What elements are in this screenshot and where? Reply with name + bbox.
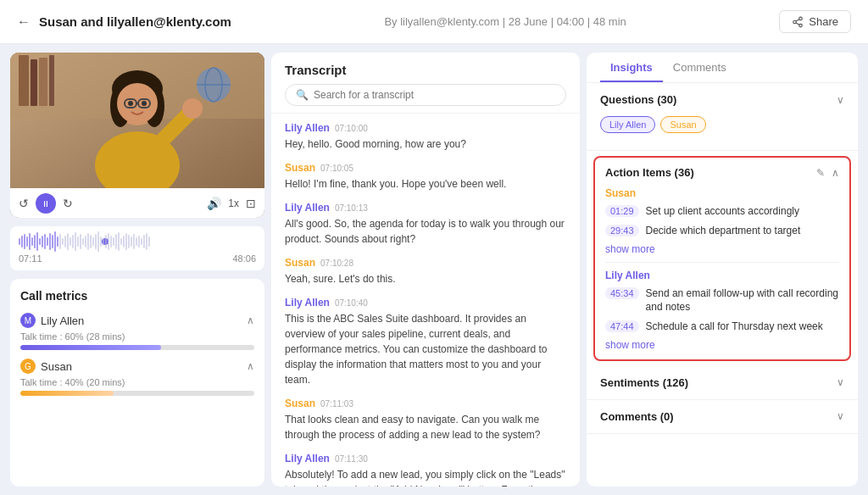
- action-time[interactable]: 47:44: [605, 320, 639, 332]
- message-lily-4: Lily Allen 07:11:30 Absolutely! To add a…: [285, 453, 566, 487]
- sentiments-section: Sentiments (126) ∨: [587, 366, 858, 400]
- insights-panel: Insights Comments Questions (30) ∨ Lily …: [587, 53, 858, 487]
- transcript-header: Transcript 🔍: [271, 53, 580, 114]
- call-metrics: Call metrics M Lily Allen ∧ Talk time : …: [10, 279, 264, 487]
- waveform-bar: [21, 236, 23, 248]
- action-time[interactable]: 29:43: [605, 225, 639, 236]
- video-container: ↺ ⏸ ↻ 🔊 1x ⊡: [10, 53, 264, 218]
- chevron-down-icon: ∨: [837, 376, 844, 388]
- speaker-label-lily: Lily Allen: [285, 202, 330, 214]
- waveform-bar: [49, 233, 51, 250]
- waveform-bar: [47, 237, 48, 246]
- action-item-row: 45:34 Send an email follow-up with call …: [605, 286, 839, 315]
- waveform-bar: [75, 232, 76, 251]
- section-header-icons: ✎ ∧: [816, 167, 839, 179]
- waveform-bar: [26, 236, 28, 247]
- chevron-up-icon: ∧: [832, 167, 839, 179]
- sentiments-header[interactable]: Sentiments (126) ∨: [587, 366, 858, 399]
- show-more-lily[interactable]: show more: [605, 339, 839, 351]
- share-button[interactable]: Share: [779, 10, 851, 33]
- action-time[interactable]: 45:34: [605, 287, 639, 299]
- action-item-row: 01:29 Set up client accounts accordingly: [605, 204, 839, 219]
- timestamp: 07:11:30: [335, 454, 368, 464]
- speed-control[interactable]: 1x: [228, 197, 239, 209]
- waveform-bar: [131, 236, 132, 247]
- waveform-bar: [80, 234, 81, 249]
- show-more-susan[interactable]: show more: [605, 243, 839, 255]
- comments-header[interactable]: Comments (0) ∨: [587, 400, 858, 433]
- page-title: Susan and lilyallen@klenty.com: [39, 14, 231, 29]
- back-button[interactable]: ←: [17, 14, 31, 30]
- message-text: Yeah, sure. Let's do this.: [285, 271, 566, 286]
- waveform-bar: [52, 235, 53, 248]
- questions-header[interactable]: Questions (30) ∨: [587, 83, 858, 116]
- speaker-label-susan: Susan: [285, 162, 315, 174]
- svg-point-22: [128, 101, 133, 106]
- timestamp: 07:10:40: [335, 298, 368, 308]
- volume-icon[interactable]: 🔊: [207, 197, 221, 210]
- waveform-bar: [29, 233, 31, 250]
- timestamp: 07:11:03: [320, 399, 353, 409]
- waveform-bar: [148, 236, 150, 247]
- speaker-name-lily: M Lily Allen: [20, 313, 84, 328]
- speaker-line: Lily Allen 07:10:00: [285, 122, 566, 134]
- action-items-header[interactable]: Action Items (36) ✎ ∧: [595, 158, 849, 187]
- susan-talk-fill: [20, 391, 114, 396]
- speaker-label-lily: Lily Allen: [285, 297, 330, 309]
- transcript-body: Lily Allen 07:10:00 Hey, hello. Good mor…: [271, 114, 580, 487]
- speaker-line: Lily Allen 07:11:30: [285, 453, 566, 464]
- rewind-button[interactable]: ↺: [19, 197, 29, 210]
- waveform-bar: [57, 236, 58, 247]
- action-time[interactable]: 01:29: [605, 205, 639, 217]
- svg-rect-7: [19, 55, 29, 106]
- filter-tag-lily[interactable]: Lily Allen: [600, 116, 655, 133]
- speaker-label-lily: Lily Allen: [285, 453, 330, 464]
- waveform-bar: [141, 238, 142, 245]
- speaker-icon-lily: M: [20, 313, 36, 328]
- waveform-bar: [103, 238, 104, 245]
- search-icon: 🔍: [296, 89, 309, 101]
- comments-section: Comments (0) ∨: [587, 400, 858, 434]
- waveform-bar: [31, 237, 33, 246]
- message-text: This is the ABC Sales Suite dashboard. I…: [285, 311, 566, 387]
- waveform-bar: [95, 234, 97, 249]
- speaker-line: Susan 07:11:03: [285, 398, 566, 409]
- app-container: ← Susan and lilyallen@klenty.com By lily…: [0, 0, 868, 495]
- waveform-bar: [34, 235, 36, 248]
- edit-icon[interactable]: ✎: [816, 167, 825, 179]
- waveform-bar: [19, 238, 20, 245]
- chevron-up-lily[interactable]: ∧: [247, 314, 254, 326]
- waveform-bar: [24, 234, 25, 249]
- tab-insights[interactable]: Insights: [600, 53, 663, 82]
- message-susan-2: Susan 07:10:28 Yeah, sure. Let's do this…: [285, 257, 566, 286]
- timestamp: 07:10:28: [320, 259, 353, 268]
- timestamp: 07:10:13: [335, 203, 368, 213]
- metrics-title: Call metrics: [20, 289, 254, 303]
- lily-talk-bar: [20, 345, 254, 350]
- waveform-bar: [39, 238, 41, 245]
- divider: [605, 262, 839, 263]
- waveform-bar: [146, 233, 147, 250]
- waveform[interactable]: [19, 231, 256, 252]
- action-text: Send an email follow-up with call record…: [646, 286, 839, 315]
- pause-button[interactable]: ⏸: [36, 193, 56, 214]
- total-time: 48:06: [232, 253, 256, 264]
- chevron-up-susan[interactable]: ∧: [247, 360, 254, 372]
- waveform-container: 07:11 48:06: [10, 226, 264, 270]
- forward-button[interactable]: ↻: [63, 197, 73, 210]
- tab-comments[interactable]: Comments: [663, 53, 737, 82]
- waveform-bar: [123, 236, 125, 248]
- fullscreen-button[interactable]: ⊡: [246, 197, 256, 210]
- waveform-bar: [67, 233, 69, 250]
- waveform-bar: [138, 236, 140, 248]
- search-input[interactable]: [314, 89, 555, 101]
- waveform-bar: [100, 236, 102, 247]
- message-text: That looks clean and easy to navigate. C…: [285, 412, 566, 442]
- waveform-bar: [97, 231, 99, 252]
- svg-rect-9: [39, 58, 47, 106]
- action-speaker-lily: Lily Allen: [605, 270, 839, 281]
- tabs-bar: Insights Comments: [587, 53, 858, 83]
- filter-tag-susan[interactable]: Susan: [660, 116, 705, 133]
- action-text: Decide which department to target: [646, 224, 801, 238]
- questions-body: Lily Allen Susan: [587, 116, 858, 150]
